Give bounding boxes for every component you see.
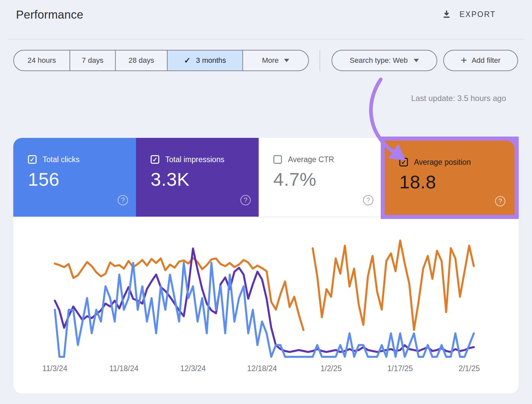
performance-panel: ✓ Total clicks 156 ? ✓ Total impressions… (13, 138, 519, 394)
chevron-down-icon (284, 59, 289, 62)
help-icon[interactable]: ? (495, 196, 505, 206)
add-filter-label: Add filter (471, 56, 500, 65)
performance-chart: 11/3/2411/18/2412/3/2412/18/241/2/251/17… (13, 217, 519, 394)
checkbox-average-ctr[interactable] (273, 155, 282, 164)
toolbar-separator (320, 50, 320, 71)
chip-label: 24 hours (28, 56, 56, 65)
metric-card-total-impressions[interactable]: ✓ Total impressions 3.3K ? (136, 138, 259, 217)
page-title: Performance (16, 8, 83, 21)
chip-label: 28 days (128, 56, 154, 65)
download-icon (442, 9, 452, 19)
x-axis-label: 11/18/24 (97, 364, 151, 373)
chip-label: More (262, 56, 279, 65)
chip-more[interactable]: More (242, 50, 308, 70)
chip-7-days[interactable]: 7 days (69, 50, 115, 70)
chip-label: 3 months (196, 56, 226, 65)
chip-3-months[interactable]: ✓ 3 months (167, 50, 242, 70)
help-icon[interactable]: ? (240, 195, 251, 205)
x-axis-label: 1/2/25 (305, 364, 358, 373)
x-axis-label: 1/17/25 (373, 364, 427, 373)
checkbox-total-clicks[interactable]: ✓ (28, 155, 37, 164)
metric-card-total-clicks[interactable]: ✓ Total clicks 156 ? (13, 138, 136, 217)
card-value: 18.8 (399, 171, 436, 193)
x-axis-label: 11/3/24 (28, 364, 81, 373)
card-value: 156 (28, 168, 60, 190)
annotation-arrow (359, 75, 419, 168)
checkbox-total-impressions[interactable]: ✓ (151, 155, 159, 164)
chip-24-hours[interactable]: 24 hours (14, 50, 69, 70)
chevron-down-icon (414, 59, 419, 62)
help-icon[interactable]: ? (363, 195, 373, 205)
card-label: Total clicks (43, 155, 79, 164)
export-button[interactable]: EXPORT (442, 9, 496, 19)
header-divider (8, 39, 524, 40)
export-label: EXPORT (460, 10, 496, 19)
card-label: Average CTR (288, 155, 334, 164)
x-axis-label: 2/1/25 (443, 364, 496, 373)
search-type-label: Search type: Web (350, 56, 408, 65)
date-range-filter: 24 hours 7 days 28 days ✓ 3 months More (13, 50, 309, 71)
check-icon: ✓ (184, 56, 191, 65)
chip-label: 7 days (82, 56, 103, 65)
chip-28-days[interactable]: 28 days (115, 50, 167, 70)
card-label: Total impressions (165, 155, 224, 164)
help-icon[interactable]: ? (118, 195, 128, 205)
x-axis-label: 12/3/24 (166, 364, 219, 373)
card-value: 4.7% (273, 168, 317, 190)
plus-icon: + (461, 55, 467, 65)
series-average-position (313, 241, 474, 330)
metric-cards-row: ✓ Total clicks 156 ? ✓ Total impressions… (13, 138, 519, 217)
card-value: 3.3K (151, 168, 190, 190)
search-type-dropdown[interactable]: Search type: Web (332, 50, 437, 71)
x-axis-label: 12/18/24 (235, 364, 289, 373)
card-label: Average position (414, 158, 471, 167)
add-filter-button[interactable]: + Add filter (443, 50, 518, 71)
